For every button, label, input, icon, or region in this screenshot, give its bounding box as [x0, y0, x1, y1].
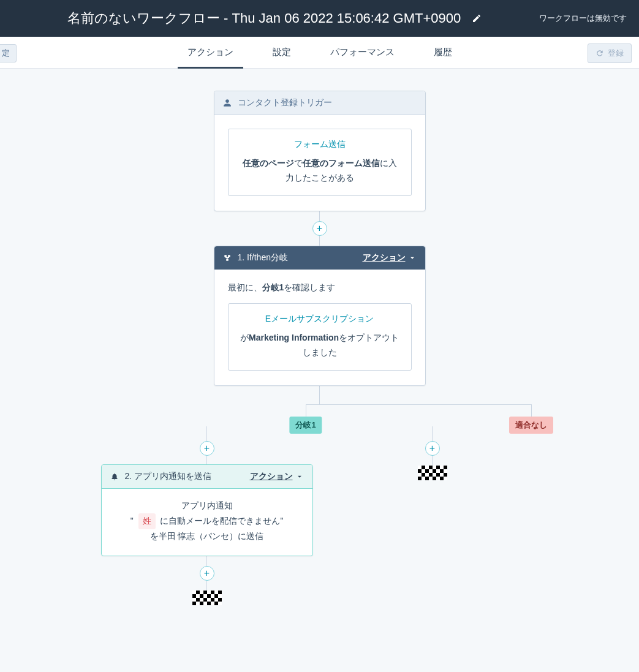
- chevron-down-icon: [408, 254, 417, 262]
- add-action-button[interactable]: +: [312, 221, 327, 236]
- workflow-title: 名前のないワークフロー - Thu Jan 06 2022 15:06:42 G…: [67, 9, 461, 28]
- branch-icon: [223, 254, 232, 262]
- ifthen-header: 1. If/then分岐 アクション: [214, 246, 425, 270]
- add-action-button-right[interactable]: +: [425, 441, 440, 456]
- connector: [319, 386, 320, 404]
- notify-action-menu[interactable]: アクション: [250, 471, 304, 482]
- branch-left-column: + 2. アプリ内通知を送信 アクション アプリ内通知 " 姓: [101, 426, 313, 605]
- notify-title: 2. アプリ内通知を送信: [125, 471, 212, 482]
- top-header: 名前のないワークフロー - Thu Jan 06 2022 15:06:42 G…: [0, 0, 639, 37]
- end-marker-right: [418, 466, 447, 480]
- edit-icon[interactable]: [472, 13, 482, 23]
- left-truncated-button[interactable]: 定: [0, 44, 17, 62]
- tab-settings[interactable]: 設定: [273, 37, 291, 69]
- notify-line3: を半田 惇志（パンセ）に送信: [115, 529, 299, 544]
- notify-line1: アプリ内通知: [115, 499, 299, 513]
- add-action-button-left[interactable]: +: [200, 441, 214, 456]
- trigger-title: コンタクト登録トリガー: [238, 97, 332, 108]
- end-marker-left: [192, 591, 222, 605]
- workflow-status: ワークフローは無効です: [539, 13, 627, 24]
- trigger-header: コンタクト登録トリガー: [214, 91, 425, 115]
- sub-header: 定 アクション 設定 パフォーマンス 履歴 登録: [0, 37, 639, 69]
- notify-header: 2. アプリ内通知を送信 アクション: [102, 465, 312, 489]
- ifthen-card-title: Eメールサブスクリプション: [240, 314, 400, 325]
- register-label: 登録: [608, 48, 624, 59]
- refresh-icon: [596, 49, 604, 58]
- workflow-canvas[interactable]: コンタクト登録トリガー フォーム送信 任意のページで任意のフォーム送信に入力した…: [0, 69, 639, 426]
- trigger-node[interactable]: コンタクト登録トリガー フォーム送信 任意のページで任意のフォーム送信に入力した…: [214, 91, 426, 211]
- contact-icon: [223, 99, 232, 107]
- branch-label-right[interactable]: 適合なし: [509, 417, 553, 434]
- token-chip[interactable]: 姓: [138, 513, 156, 529]
- ifthen-card-text: がMarketing Informationをオプトアウトしました: [240, 331, 400, 360]
- ifthen-action-menu[interactable]: アクション: [363, 252, 417, 263]
- tab-actions[interactable]: アクション: [187, 37, 233, 69]
- trigger-card-title: フォーム送信: [240, 139, 400, 150]
- branch-split: 分岐1 適合なし: [198, 404, 639, 426]
- chevron-down-icon: [295, 472, 304, 481]
- trigger-card-text: 任意のページで任意のフォーム送信に入力したことがある: [240, 156, 400, 186]
- tab-performance[interactable]: パフォーマンス: [330, 37, 395, 69]
- ifthen-body-text: 最初に、分岐1を確認します: [228, 281, 412, 295]
- tab-history[interactable]: 履歴: [434, 37, 452, 69]
- register-button[interactable]: 登録: [588, 43, 632, 63]
- trigger-condition-card[interactable]: フォーム送信 任意のページで任意のフォーム送信に入力したことがある: [228, 129, 412, 196]
- ifthen-title: 1. If/then分岐: [238, 252, 288, 263]
- add-action-button-left-2[interactable]: +: [200, 566, 214, 581]
- connector: [319, 211, 320, 221]
- notify-node[interactable]: 2. アプリ内通知を送信 アクション アプリ内通知 " 姓 に自動メールを配信で…: [101, 464, 313, 556]
- bell-icon: [110, 472, 119, 481]
- ifthen-condition-card[interactable]: Eメールサブスクリプション がMarketing Informationをオプト…: [228, 303, 412, 371]
- notify-line2: " 姓 に自動メールを配信できません": [115, 513, 299, 529]
- branch-right-column: +: [414, 426, 451, 480]
- connector: [319, 236, 320, 246]
- tabs: アクション 設定 パフォーマンス 履歴: [187, 37, 452, 69]
- ifthen-node[interactable]: 1. If/then分岐 アクション 最初に、分岐1を確認します Eメールサブス…: [214, 246, 426, 386]
